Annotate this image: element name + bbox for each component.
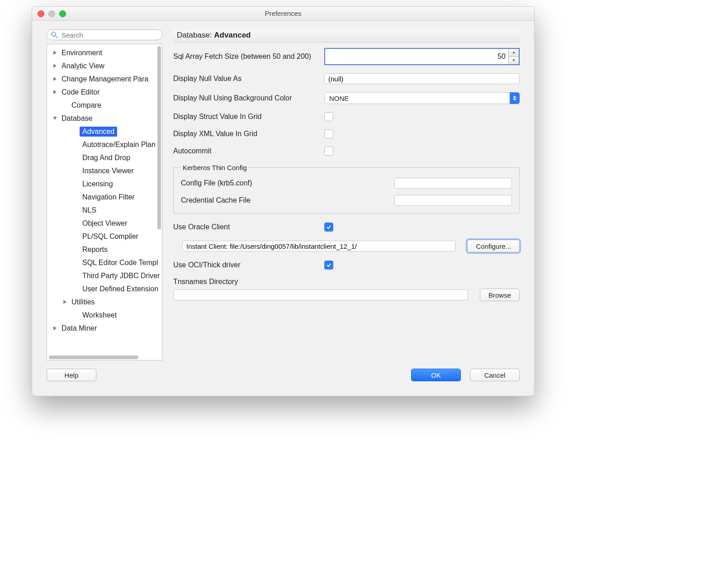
svg-marker-8	[53, 326, 57, 330]
tree-item[interactable]: NLS	[47, 204, 162, 217]
tree-item-label: NLS	[80, 205, 99, 215]
tree-item[interactable]: Navigation Filter	[47, 190, 162, 204]
tree-item[interactable]: Worksheet	[47, 308, 162, 322]
fetch-size-value: 50	[325, 49, 508, 64]
header-prefix: Database:	[177, 31, 214, 39]
tree-item-label: Change Management Para	[59, 74, 151, 84]
tree-item[interactable]: Reports	[47, 243, 162, 256]
svg-marker-5	[53, 90, 57, 94]
input-null-as[interactable]	[324, 73, 520, 84]
tree-item[interactable]: Code Editor	[47, 85, 162, 99]
tree-item[interactable]: PL/SQL Compiler	[47, 230, 162, 243]
tree-item-label: Code Editor	[59, 87, 103, 97]
label-autocommit: Autocommit	[173, 147, 318, 155]
preferences-window: Preferences EnvironmentAnalytic ViewChan…	[32, 6, 535, 396]
fetch-size-down[interactable]: ▼	[509, 57, 519, 65]
input-kerb-config[interactable]	[394, 178, 512, 189]
tree-item-label: Environment	[59, 48, 105, 58]
chevron-right-icon[interactable]	[51, 75, 59, 83]
chevron-right-icon[interactable]	[51, 324, 59, 332]
input-instant-client[interactable]	[182, 241, 455, 251]
kerberos-fieldset: Kerberos Thin Config Config File (krb5.c…	[173, 164, 520, 213]
header-bold: Advanced	[214, 31, 251, 39]
select-null-bg[interactable]: NONE	[324, 92, 520, 104]
checkbox-use-oracle[interactable]	[324, 223, 333, 232]
chevron-updown-icon	[510, 92, 520, 104]
titlebar: Preferences	[32, 7, 534, 21]
tree-item-label: Compare	[69, 100, 104, 110]
tree-item-label: Autotrace/Explain Plan	[80, 140, 158, 150]
window-title: Preferences	[32, 7, 534, 20]
tree-item[interactable]: Analytic View	[47, 59, 162, 72]
tree-item[interactable]: SQL Editor Code Templ	[47, 256, 162, 269]
chevron-right-icon[interactable]	[51, 49, 59, 57]
label-null-bg: Display Null Using Background Color	[173, 94, 318, 102]
window-controls	[38, 10, 66, 17]
maximize-icon[interactable]	[59, 10, 66, 17]
tree-item[interactable]: Autotrace/Explain Plan	[47, 138, 162, 151]
tree-item-label: SQL Editor Code Templ	[80, 258, 161, 268]
select-null-bg-value: NONE	[324, 92, 520, 104]
tree-item[interactable]: Advanced	[47, 125, 162, 138]
tree-item[interactable]: Environment	[47, 46, 162, 59]
tree-item[interactable]: Change Management Para	[47, 72, 162, 85]
svg-marker-2	[53, 51, 57, 55]
chevron-right-icon[interactable]	[61, 298, 69, 306]
category-tree: EnvironmentAnalytic ViewChange Managemen…	[47, 44, 162, 360]
checkbox-autocommit[interactable]	[324, 147, 333, 156]
label-use-oracle: Use Oracle Client	[173, 223, 318, 231]
chevron-right-icon[interactable]	[51, 88, 59, 96]
content-header: Database: Advanced	[173, 29, 520, 43]
tree-horizontal-scrollbar[interactable]	[49, 356, 138, 359]
tree-item[interactable]: Data Miner	[47, 322, 162, 335]
input-kerb-cred[interactable]	[394, 195, 512, 206]
search-input[interactable]	[47, 29, 162, 40]
kerberos-legend: Kerberos Thin Config	[181, 164, 248, 171]
tree-item[interactable]: User Defined Extension	[47, 282, 162, 295]
content-pane: Database: Advanced Sql Array Fetch Size …	[173, 29, 520, 360]
tree-item[interactable]: Drag And Drop	[47, 151, 162, 164]
cancel-button[interactable]: Cancel	[470, 369, 520, 381]
tree-vertical-scrollbar[interactable]	[157, 46, 161, 229]
tree-item[interactable]: Compare	[47, 99, 162, 112]
tree-item-label: Instance Viewer	[80, 166, 137, 176]
tree-item[interactable]: Third Party JDBC Driver	[47, 269, 162, 282]
tree-item-label: PL/SQL Compiler	[80, 232, 141, 242]
tree-item-label: Drag And Drop	[80, 153, 133, 163]
label-fetch-size: Sql Array Fetch Size (between 50 and 200…	[173, 52, 318, 61]
browse-button[interactable]: Browse	[480, 289, 520, 301]
input-tns-dir[interactable]	[173, 289, 468, 300]
tree-item[interactable]: Database	[47, 112, 162, 125]
svg-marker-3	[53, 64, 57, 68]
configure-button[interactable]: Configure...	[467, 240, 520, 252]
tree-item[interactable]: Object Viewer	[47, 217, 162, 230]
label-kerb-config: Config File (krb5.conf)	[181, 179, 388, 187]
checkbox-use-oci[interactable]	[324, 261, 333, 270]
checkbox-struct[interactable]	[324, 112, 333, 121]
sidebar: EnvironmentAnalytic ViewChange Managemen…	[47, 29, 162, 360]
help-button[interactable]: Help	[47, 369, 96, 381]
label-use-oci: Use OCI/Thick driver	[173, 261, 318, 269]
fetch-size-up[interactable]: ▲	[509, 49, 519, 57]
tree-item-label: User Defined Extension	[80, 284, 161, 294]
svg-marker-6	[53, 117, 57, 120]
chevron-down-icon[interactable]	[51, 114, 59, 123]
tree-item-label: Data Miner	[59, 323, 99, 333]
checkbox-xml[interactable]	[324, 129, 333, 138]
close-icon[interactable]	[38, 10, 44, 17]
label-kerb-cred: Credential Cache File	[181, 196, 388, 204]
tree-item[interactable]: Licensing	[47, 177, 162, 190]
tree-item-label: Analytic View	[59, 61, 107, 71]
label-xml: Display XML Value In Grid	[173, 130, 318, 138]
tree-item-label: Utilities	[69, 297, 98, 307]
chevron-right-icon[interactable]	[51, 62, 59, 70]
svg-marker-7	[63, 300, 66, 304]
svg-marker-4	[53, 77, 57, 81]
tree-item-label: Object Viewer	[80, 218, 130, 228]
label-null-as: Display Null Value As	[173, 75, 318, 83]
tree-item[interactable]: Instance Viewer	[47, 164, 162, 177]
tree-item[interactable]: Utilities	[47, 295, 162, 308]
input-fetch-size[interactable]: 50 ▲ ▼	[324, 48, 520, 65]
minimize-icon[interactable]	[48, 10, 55, 17]
ok-button[interactable]: OK	[411, 369, 461, 381]
